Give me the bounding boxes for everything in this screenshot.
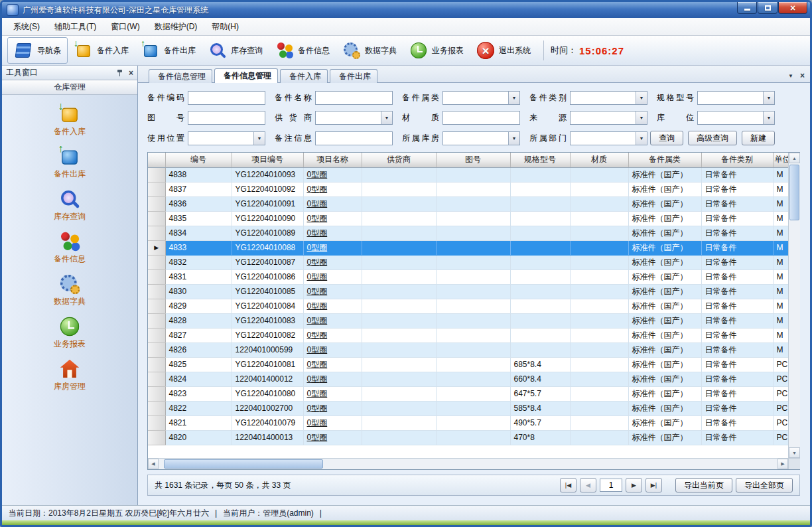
row-indicator[interactable] [148,255,165,269]
tab-0[interactable]: 备件信息管理 [149,69,212,83]
table-row[interactable]: 4827YG122040100820型圈标准件（国产）日常备件M [148,328,788,342]
table-row[interactable]: 4831YG122040100860型圈标准件（国产）日常备件M [148,269,788,284]
dropdown-arrow-icon[interactable]: ▼ [636,112,647,124]
table-row[interactable]: 4834YG122040100890型圈标准件（国产）日常备件M [148,226,788,240]
column-header-4[interactable]: 供货商 [362,153,436,167]
first-page-button[interactable]: |◀ [560,478,576,492]
page-number-input[interactable] [600,479,622,492]
row-indicator[interactable] [148,167,165,182]
chevron-down-icon[interactable]: ▼ [788,73,793,79]
column-header-9[interactable]: 备件类别 [701,153,773,167]
table-row[interactable]: ▶4833YG122040100880型圈标准件（国产）日常备件M [148,240,788,255]
scroll-up-icon[interactable]: ▲ [789,153,800,163]
column-header-8[interactable]: 备件属类 [628,153,701,167]
part-type-select[interactable]: ▼ [570,91,647,105]
remark-input[interactable] [316,132,392,145]
column-header-6[interactable]: 规格型号 [510,153,570,167]
table-row[interactable]: 4836YG122040100910型圈标准件（国产）日常备件M [148,196,788,211]
row-indicator[interactable] [148,299,165,313]
vertical-scroll-thumb[interactable] [789,165,799,220]
dropdown-arrow-icon[interactable]: ▼ [253,132,265,145]
column-header-1[interactable]: 编号 [165,153,232,167]
table-row[interactable]: 4821YG122040100790型圈490*5.7标准件（国产）日常备件PC [148,415,788,430]
tab-2[interactable]: 备件入库 [280,69,328,83]
menu-item-3[interactable]: 数据维护(D) [147,19,205,35]
tab-3[interactable]: 备件出库 [330,69,377,83]
toolbar-button-dictionary[interactable]: 数据字典 [336,38,403,63]
dropdown-arrow-icon[interactable]: ▼ [763,112,774,124]
menu-item-2[interactable]: 窗口(W) [103,19,147,35]
sidebar-item-dictionary[interactable]: 数据字典 [30,274,109,307]
menu-item-4[interactable]: 帮助(H) [204,19,246,35]
last-page-button[interactable]: ▶| [645,478,662,492]
use-position-select[interactable]: ▼ [188,131,265,145]
table-row[interactable]: 482612204010005990型圈标准件（国产）日常备件M [148,342,788,357]
part-name-input[interactable] [316,92,392,104]
sidebar-item-parts-out[interactable]: 备件出库 [30,147,109,180]
column-header-3[interactable]: 项目名称 [303,153,362,167]
tab-1[interactable]: 备件信息管理 [214,68,278,83]
toolbar-button-parts-info[interactable]: 备件信息 [269,38,336,63]
table-row[interactable]: 4838YG122040100930型圈标准件（国产）日常备件M [148,167,788,182]
row-indicator[interactable] [148,342,165,357]
figure-no-input[interactable] [188,112,265,124]
advanced-query-button[interactable]: 高级查询 [688,131,737,145]
table-row[interactable]: 4835YG122040100900型圈标准件（国产）日常备件M [148,211,788,226]
row-indicator[interactable] [148,313,165,328]
part-code-input[interactable] [188,92,265,104]
location-select[interactable]: ▼ [697,111,775,125]
menu-item-0[interactable]: 系统(S) [6,19,47,35]
prev-page-button[interactable]: ◀ [580,478,596,492]
row-indicator[interactable] [148,372,165,386]
maximize-button[interactable] [758,2,778,14]
row-indicator[interactable] [148,226,165,240]
menu-item-1[interactable]: 辅助工具(T) [47,19,103,35]
export-all-pages-button[interactable]: 导出全部页 [736,478,793,492]
sidebar-close-icon[interactable]: × [129,69,133,77]
source-select[interactable]: ▼ [570,111,647,125]
table-row[interactable]: 4828YG122040100830型圈标准件（国产）日常备件M [148,313,788,328]
row-indicator[interactable] [148,284,165,299]
query-button[interactable]: 查询 [650,131,683,145]
spec-model-select[interactable]: ▼ [697,91,775,105]
sidebar-item-stock-search[interactable]: 库存查询 [30,189,109,222]
row-indicator[interactable] [148,211,165,226]
toolbar-button-report[interactable]: 业务报表 [403,38,470,63]
row-indicator[interactable] [148,430,165,445]
minimize-button[interactable] [737,2,757,14]
horizontal-scrollbar[interactable]: ◀ ▶ [148,458,788,469]
table-row[interactable]: 482012204014000130型圈470*8标准件（国产）日常备件PC [148,430,788,445]
warehouse-select[interactable]: ▼ [442,131,520,145]
export-current-page-button[interactable]: 导出当前页 [675,478,732,492]
dropdown-arrow-icon[interactable]: ▼ [636,132,647,145]
row-indicator[interactable] [148,401,165,415]
column-header-indicator[interactable] [148,153,165,167]
table-row[interactable]: 4829YG122040100840型圈标准件（国产）日常备件M [148,299,788,313]
table-row[interactable]: 4832YG122040100870型圈标准件（国产）日常备件M [148,255,788,269]
row-indicator[interactable]: ▶ [148,240,165,255]
table-row[interactable]: 4830YG122040100850型圈标准件（国产）日常备件M [148,284,788,299]
table-row[interactable]: 4837YG122040100920型圈标准件（国产）日常备件M [148,182,788,196]
toolbar-button-parts-out[interactable]: 备件出库 [135,38,202,63]
tab-close-icon[interactable]: × [800,72,805,80]
table-row[interactable]: 4823YG122040100800型圈647*5.7标准件（国产）日常备件PC [148,386,788,401]
sidebar-item-report[interactable]: 业务报表 [30,317,109,350]
toolbar-button-books[interactable]: 导航条 [7,37,68,64]
table-row[interactable]: 482412204014000120型圈660*8.4标准件（国产）日常备件PC [148,372,788,386]
scroll-right-icon[interactable]: ▶ [778,459,788,469]
dropdown-arrow-icon[interactable]: ▼ [381,112,392,124]
dropdown-arrow-icon[interactable]: ▼ [763,92,774,104]
supplier-select[interactable]: ▼ [315,111,393,125]
scroll-left-icon[interactable]: ◀ [148,459,159,469]
create-button[interactable]: 新建 [742,131,775,145]
vertical-scrollbar[interactable]: ▲ ▼ [788,153,800,469]
column-header-10[interactable]: 单位 [773,153,788,167]
dropdown-arrow-icon[interactable]: ▼ [508,132,519,145]
column-header-7[interactable]: 材质 [570,153,628,167]
table-row[interactable]: 482212204010027000型圈585*8.4标准件（国产）日常备件PC [148,401,788,415]
row-indicator[interactable] [148,328,165,342]
row-indicator[interactable] [148,357,165,372]
dropdown-arrow-icon[interactable]: ▼ [508,92,519,104]
column-header-5[interactable]: 图号 [436,153,510,167]
pin-icon[interactable] [116,69,123,77]
